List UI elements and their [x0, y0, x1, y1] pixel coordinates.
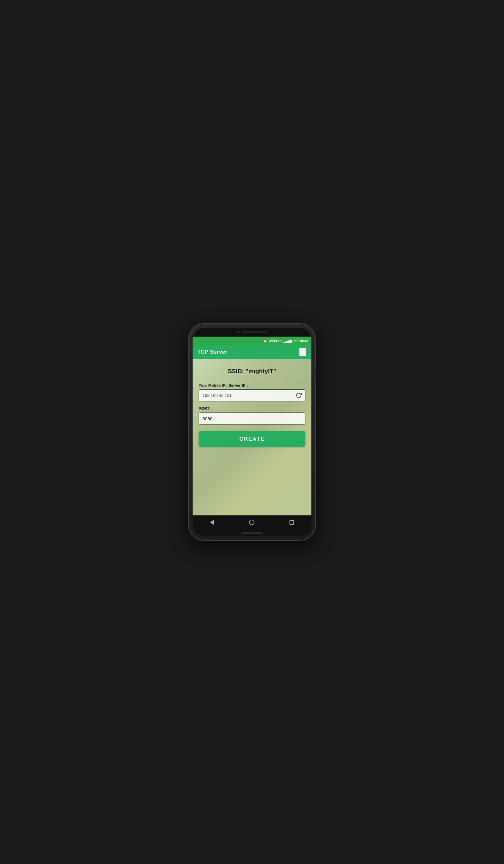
- create-button[interactable]: CREATE: [199, 431, 305, 447]
- phone-top-hardware: [193, 328, 311, 337]
- signal-icon: ▁▃▅▇: [284, 339, 292, 343]
- phone-bottom-hardware: [193, 529, 311, 536]
- ip-field-label: Your Mobile IP / Server IP :: [199, 383, 305, 387]
- alarm-icon: ⏰: [263, 339, 267, 343]
- home-button[interactable]: [243, 517, 261, 527]
- status-icons: ⏰ VOLTE ▾ ⊘ ▁▃▅▇: [263, 339, 297, 343]
- app-bar: TCP Server ⋮: [193, 345, 311, 359]
- refresh-ip-button[interactable]: [295, 391, 303, 400]
- app-title: TCP Server: [197, 349, 227, 355]
- form-section: Your Mobile IP / Server IP : PORT :: [199, 383, 305, 447]
- ssid-label: SSID: "mightyIT": [228, 368, 276, 375]
- battery-body: [293, 340, 297, 342]
- bottom-speaker-grille: [241, 532, 263, 534]
- refresh-icon: [296, 392, 302, 398]
- home-icon: [249, 520, 254, 525]
- status-bar: ⏰ VOLTE ▾ ⊘ ▁▃▅▇ 10:34: [193, 337, 311, 345]
- port-field-label: PORT :: [199, 406, 305, 411]
- speaker-grille: [243, 331, 267, 333]
- recents-button[interactable]: [284, 518, 300, 527]
- port-input-wrapper: [199, 412, 305, 424]
- ip-input[interactable]: [199, 389, 305, 401]
- main-content: SSID: "mightyIT" Your Mobile IP / Server…: [193, 359, 311, 515]
- wifi-icon: ▾: [277, 339, 279, 343]
- volte-badge: VOLTE: [268, 339, 277, 342]
- battery-icon: [293, 340, 297, 342]
- recents-icon: [289, 520, 294, 525]
- bottom-nav: [193, 515, 311, 529]
- camera-dot: [237, 331, 240, 333]
- network-icon: ⊘: [280, 339, 283, 343]
- back-button[interactable]: [204, 517, 220, 527]
- overflow-menu-button[interactable]: ⋮: [299, 348, 307, 356]
- phone-device: ⏰ VOLTE ▾ ⊘ ▁▃▅▇ 10:34 TCP Server ⋮: [189, 324, 315, 540]
- battery-fill: [293, 340, 296, 341]
- screen: ⏰ VOLTE ▾ ⊘ ▁▃▅▇ 10:34 TCP Server ⋮: [193, 337, 311, 529]
- phone-screen: ⏰ VOLTE ▾ ⊘ ▁▃▅▇ 10:34 TCP Server ⋮: [193, 328, 311, 536]
- status-time: 10:34: [299, 339, 308, 343]
- ip-input-wrapper: [199, 389, 305, 401]
- port-input[interactable]: [199, 412, 305, 424]
- back-icon: [210, 520, 214, 525]
